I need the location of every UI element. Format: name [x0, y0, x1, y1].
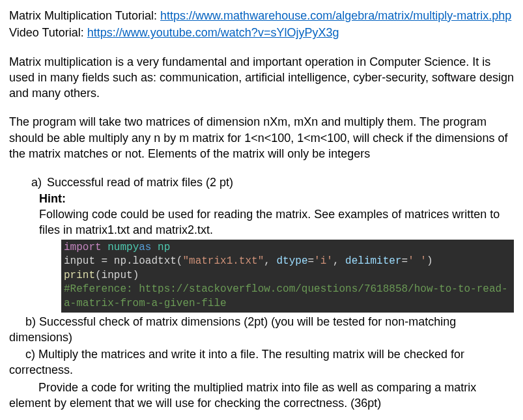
item-a-title: Successful read of matrix files (2 pt): [47, 176, 233, 189]
desc-paragraph-2: The program will take two matrices of di…: [9, 114, 514, 161]
item-a-marker: a): [31, 175, 47, 190]
code-token-as: as: [139, 242, 151, 253]
hint-label: Hint:: [39, 191, 514, 206]
code-token-np: np: [158, 242, 170, 253]
code-comment: #Reference: https://stackoverflow.com/qu…: [64, 283, 508, 309]
code-eq: =: [402, 255, 408, 267]
item-c: c) Multiply the matrices and write it in…: [9, 346, 514, 378]
code-string-file: "matrix1.txt": [182, 255, 264, 267]
code-string-delim: ' ': [408, 255, 427, 267]
item-c-detail: Provide a code for writing the multiplie…: [9, 380, 514, 412]
hint-text: Following code could be used for reading…: [39, 206, 514, 238]
code-space: [102, 242, 108, 253]
code-eq: =: [307, 255, 314, 267]
code-line2-b: ,: [264, 255, 276, 267]
code-line2-d: ): [427, 255, 433, 267]
item-a: a)Successful read of matrix files (2 pt): [31, 175, 514, 190]
code-fn-print: print: [64, 270, 95, 281]
video-link[interactable]: https://www.youtube.com/watch?v=sYlOjyPy…: [87, 26, 339, 39]
code-token-numpy: numpy: [107, 242, 139, 253]
item-b: b) Successful check of matrix dimensions…: [9, 314, 514, 346]
video-label: Video Tutorial:: [9, 26, 87, 39]
code-line2-c: ,: [333, 255, 345, 267]
desc-paragraph-1: Matrix multiplication is a very fundamen…: [9, 54, 514, 102]
code-arg-dtype: dtype: [276, 255, 307, 267]
code-space: [151, 242, 158, 253]
code-arg-delim: delimiter: [345, 255, 401, 267]
code-string-i: 'i': [314, 255, 333, 267]
tutorial-link[interactable]: https://www.mathwarehouse.com/algebra/ma…: [160, 9, 511, 22]
tutorial-line: Matrix Multiplication Tutorial: https://…: [9, 8, 514, 23]
code-block: import numpyas np input = np.loadtxt("ma…: [61, 240, 514, 313]
code-token-import: import: [64, 242, 102, 253]
video-line: Video Tutorial: https://www.youtube.com/…: [9, 25, 514, 40]
tutorial-label: Matrix Multiplication Tutorial:: [9, 9, 160, 22]
code-line2-a: input = np.loadtxt(: [64, 255, 182, 267]
code-line3-b: (input): [95, 270, 139, 281]
